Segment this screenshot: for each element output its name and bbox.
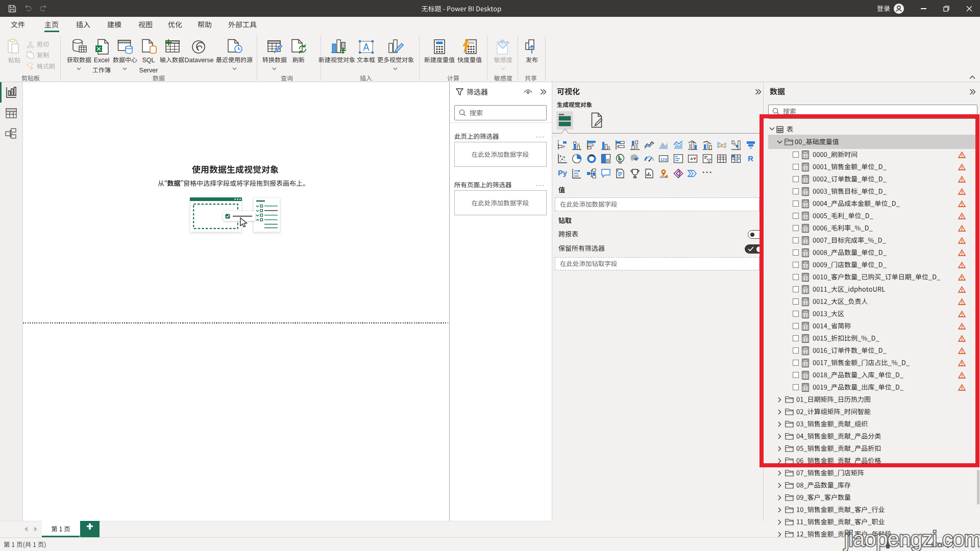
svg-text:jiaopengzi.com: jiaopengzi.com — [843, 527, 980, 551]
